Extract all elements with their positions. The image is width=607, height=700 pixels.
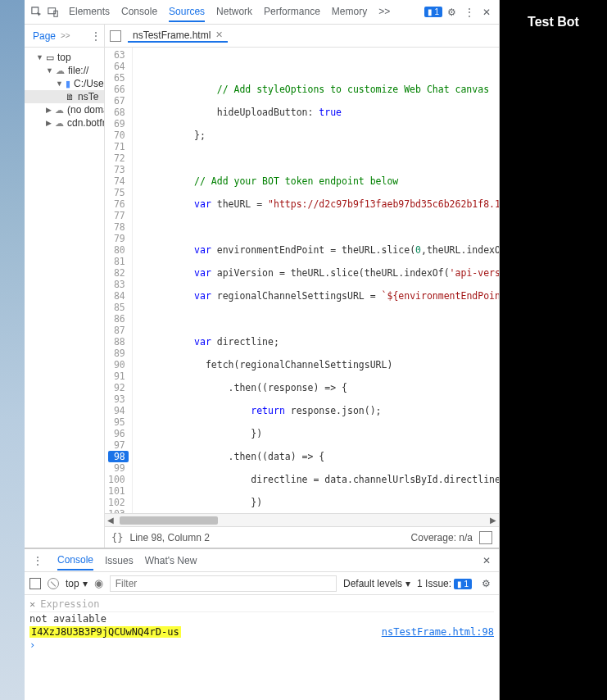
tab-performance[interactable]: Performance xyxy=(264,2,320,22)
line-number[interactable]: 64 xyxy=(108,61,125,72)
line-number[interactable]: 69 xyxy=(108,118,125,130)
scroll-left-icon[interactable]: ◀ xyxy=(105,516,116,525)
tab-sources[interactable]: Sources xyxy=(169,2,205,22)
drawer-tab-console[interactable]: Console xyxy=(57,551,93,570)
line-number[interactable]: 86 xyxy=(108,313,125,325)
line-number[interactable]: 63 xyxy=(108,49,125,61)
line-number[interactable]: 73 xyxy=(108,164,125,175)
tab-network[interactable]: Network xyxy=(216,2,252,22)
sourcemap-icon[interactable] xyxy=(479,531,492,544)
navigator-more-icon[interactable]: ⋮ xyxy=(88,30,104,42)
line-number[interactable]: 96 xyxy=(108,428,125,439)
line-number[interactable]: 87 xyxy=(108,325,125,336)
line-number[interactable]: 77 xyxy=(108,210,125,221)
line-number[interactable]: 88 xyxy=(108,336,125,348)
settings-gear-icon[interactable]: ⚙ xyxy=(444,7,460,18)
line-number[interactable]: 80 xyxy=(108,244,125,256)
line-number[interactable]: 72 xyxy=(108,152,125,164)
inspect-icon[interactable] xyxy=(29,5,44,20)
line-number[interactable]: 99 xyxy=(108,462,125,474)
line-number[interactable]: 75 xyxy=(108,187,125,198)
line-number[interactable]: 93 xyxy=(108,393,125,405)
more-menu-icon[interactable]: ⋮ xyxy=(461,7,478,18)
line-number[interactable]: 102 xyxy=(108,497,125,508)
log-levels-selector[interactable]: Default levels ▾ xyxy=(343,578,410,589)
line-number[interactable]: 76 xyxy=(108,198,125,210)
line-number[interactable]: 90 xyxy=(108,359,125,370)
remove-expression-icon[interactable]: ✕ xyxy=(29,598,35,610)
line-number[interactable]: 83 xyxy=(108,279,125,290)
expression-result: not available xyxy=(29,613,106,625)
line-number[interactable]: 67 xyxy=(108,95,125,107)
drawer-tab-issues[interactable]: Issues xyxy=(105,552,134,570)
line-number[interactable]: 84 xyxy=(108,290,125,302)
clear-console-icon[interactable] xyxy=(48,578,59,589)
line-number[interactable]: 100 xyxy=(108,474,125,485)
line-number[interactable]: 97 xyxy=(108,439,125,451)
line-number[interactable]: 103 xyxy=(108,508,125,513)
line-number[interactable]: 65 xyxy=(108,72,125,84)
tree-folder-cuser[interactable]: ▼▮C:/User xyxy=(25,77,104,90)
line-number[interactable]: 74 xyxy=(108,175,125,187)
drawer-more-icon[interactable]: ⋮ xyxy=(29,555,46,566)
line-number[interactable]: 92 xyxy=(108,382,125,393)
line-number[interactable]: 81 xyxy=(108,256,125,267)
cursor-position: Line 98, Column 2 xyxy=(129,532,209,543)
line-number[interactable]: 71 xyxy=(108,141,125,152)
tab-elements[interactable]: Elements xyxy=(69,2,110,22)
device-toolbar-icon[interactable] xyxy=(46,5,61,20)
line-number[interactable]: 70 xyxy=(108,130,125,141)
tree-cdn[interactable]: ▶☁cdn.botfr xyxy=(25,116,104,130)
line-number[interactable]: 89 xyxy=(108,348,125,359)
tab-memory[interactable]: Memory xyxy=(332,2,367,22)
context-selector[interactable]: top ▾ xyxy=(66,578,88,589)
tab-overflow[interactable]: >> xyxy=(378,2,390,22)
line-number-gutter[interactable]: 6364656667686970717273747576777879808182… xyxy=(105,48,133,513)
console-output[interactable]: ✕ Expression not available I4XzJ8U3B3P9j… xyxy=(25,595,499,700)
code-comment: // Add styleOptions to customize Web Cha… xyxy=(217,84,489,95)
os-side-strip xyxy=(0,0,25,700)
line-number[interactable]: 68 xyxy=(108,107,125,118)
line-number[interactable]: 66 xyxy=(108,84,125,95)
tree-no-domain[interactable]: ▶☁(no doma xyxy=(25,103,104,116)
line-number[interactable]: 78 xyxy=(108,221,125,233)
console-source-link[interactable]: nsTestFrame.html:98 xyxy=(382,626,494,638)
editor-horizontal-scrollbar[interactable]: ◀ ▶ xyxy=(105,513,499,526)
navigator-overflow-icon[interactable]: >> xyxy=(61,31,70,40)
line-number[interactable]: 85 xyxy=(108,302,125,313)
line-number[interactable]: 95 xyxy=(108,416,125,428)
file-tab-nstestframe[interactable]: nsTestFrame.html ✕ xyxy=(128,30,228,43)
code-text: }) xyxy=(251,428,262,439)
close-file-tab-icon[interactable]: ✕ xyxy=(215,30,223,40)
tree-top[interactable]: ▼▭top xyxy=(25,51,104,64)
line-number[interactable]: 91 xyxy=(108,370,125,382)
code-text: environmentEndPoint = theURL.slice( xyxy=(211,244,415,256)
line-number[interactable]: 94 xyxy=(108,405,125,416)
console-settings-icon[interactable]: ⚙ xyxy=(478,578,494,589)
console-drawer: ⋮ Console Issues What's New ✕ top ▾ ◉ De… xyxy=(25,548,499,700)
drawer-close-icon[interactable]: ✕ xyxy=(479,555,494,566)
scroll-right-icon[interactable]: ▶ xyxy=(487,516,499,525)
line-number[interactable]: 79 xyxy=(108,233,125,244)
line-number[interactable]: 101 xyxy=(108,485,125,497)
issue-summary[interactable]: 1 Issue: ▮ 1 xyxy=(417,578,472,589)
tab-console[interactable]: Console xyxy=(121,2,157,22)
tree-file-origin[interactable]: ▼☁file:// xyxy=(25,64,104,77)
scroll-thumb[interactable] xyxy=(120,516,218,525)
close-devtools-icon[interactable]: ✕ xyxy=(479,7,494,18)
file-outline-icon[interactable] xyxy=(110,30,121,42)
line-number[interactable]: 98 xyxy=(108,451,129,462)
sources-file-tabs: nsTestFrame.html ✕ xyxy=(105,30,228,43)
line-number[interactable]: 82 xyxy=(108,267,125,279)
live-expression-icon[interactable]: ◉ xyxy=(94,577,103,589)
pretty-print-icon[interactable]: {} xyxy=(111,532,123,543)
page-tab[interactable]: Page xyxy=(33,30,56,42)
console-filter-input[interactable] xyxy=(110,575,337,592)
code-content[interactable]: // Add styleOptions to customize Web Cha… xyxy=(133,48,499,513)
issues-badge[interactable]: ▮ 1 xyxy=(424,7,442,17)
tree-file-nste[interactable]: 🗎nsTe xyxy=(25,90,104,103)
drawer-tab-whatsnew[interactable]: What's New xyxy=(145,552,197,570)
console-sidebar-icon[interactable] xyxy=(29,578,41,589)
live-expression-row[interactable]: ✕ Expression xyxy=(29,597,494,612)
console-prompt-icon[interactable]: › xyxy=(29,639,35,651)
